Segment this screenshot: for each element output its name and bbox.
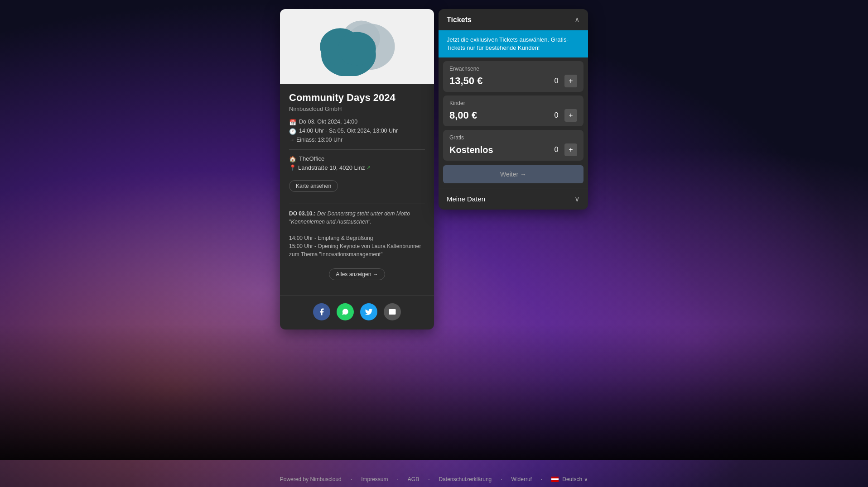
ticket-erwachsene-label: Erwachsene: [449, 66, 577, 72]
datenschutz-link[interactable]: Datenschutzerklärung: [439, 476, 492, 482]
ticket-kinder-price: 8,00 €: [449, 110, 477, 121]
ticket-kinder-quantity: 0: [552, 111, 561, 119]
social-row: [280, 296, 434, 329]
time-row: 🕐 14:00 Uhr - Sa 05. Okt 2024, 13:00 Uhr: [289, 128, 425, 135]
tickets-title: Tickets: [447, 16, 472, 24]
twitter-share-button[interactable]: [360, 303, 377, 320]
promo-text: Jetzt die exklusiven Tickets auswählen. …: [447, 36, 569, 51]
ticket-gratis-increment-button[interactable]: +: [564, 143, 577, 156]
ticket-gratis-label: Gratis: [449, 134, 577, 141]
calendar-icon: 📅: [289, 119, 296, 126]
austria-flag-icon: [551, 477, 559, 482]
cards-row: Community Days 2024 Nimbuscloud GmbH 📅 D…: [280, 9, 588, 329]
external-link-icon: ↗: [366, 165, 371, 171]
venue-name: TheOffice: [299, 155, 324, 162]
weiter-label: Weiter →: [500, 171, 526, 178]
event-time-range: 14:00 Uhr - Sa 05. Okt 2024, 13:00 Uhr: [299, 128, 398, 134]
widerruf-link[interactable]: Widerruf: [511, 476, 532, 482]
venue-icon: 🏠: [289, 156, 296, 162]
ticket-erwachsene: Erwachsene 13,50 € 0 +: [443, 61, 583, 92]
footer-separator-3: ·: [428, 476, 429, 482]
chevron-up-icon[interactable]: ∧: [574, 15, 580, 24]
svg-point-4: [338, 32, 376, 65]
ticket-erwachsene-price: 13,50 €: [449, 75, 482, 87]
promo-banner: Jetzt die exklusiven Tickets auswählen. …: [439, 30, 588, 57]
ticket-gratis: Gratis Kostenlos 0 +: [443, 130, 583, 161]
description-line1: 14:00 Uhr - Empfang & Begrüßung: [289, 234, 425, 242]
read-more-button[interactable]: Alles anzeigen →: [329, 268, 385, 280]
ticket-gratis-quantity: 0: [552, 146, 561, 154]
event-body: Community Days 2024 Nimbuscloud GmbH 📅 D…: [280, 84, 434, 288]
event-description: DO 03.10.: Der Donnerstag steht unter de…: [289, 210, 425, 258]
ticket-kinder-counter: 0 +: [552, 109, 577, 122]
event-organizer: Nimbuscloud GmbH: [289, 105, 425, 112]
powered-by: Powered by Nimbuscloud: [280, 476, 342, 482]
event-card: Community Days 2024 Nimbuscloud GmbH 📅 D…: [280, 9, 434, 329]
ticket-gratis-price: Kostenlos: [449, 145, 493, 155]
language-chevron-icon: ∨: [584, 476, 588, 482]
location-icon: 📍: [289, 164, 296, 171]
description-highlight: DO 03.10.:: [289, 210, 316, 217]
venue-address: Landstraße 10, 4020 Linz: [298, 164, 365, 171]
facebook-share-button[interactable]: [313, 303, 330, 320]
ticket-gratis-price-row: Kostenlos 0 +: [449, 143, 577, 156]
agb-link[interactable]: AGB: [408, 476, 419, 482]
footer-separator-2: ·: [397, 476, 398, 482]
ticket-kinder-increment-button[interactable]: +: [564, 109, 577, 122]
venue-name-row: 🏠 TheOffice: [289, 155, 425, 162]
event-details: 📅 Do 03. Okt 2024, 14:00 🕐 14:00 Uhr - S…: [289, 119, 425, 143]
ticket-erwachsene-counter: 0 +: [552, 75, 577, 87]
impressum-link[interactable]: Impressum: [361, 476, 388, 482]
date-row: 📅 Do 03. Okt 2024, 14:00: [289, 119, 425, 126]
meine-daten-label: Meine Daten: [447, 195, 485, 203]
email-share-button[interactable]: [384, 303, 401, 320]
einlass-text: → Einlass: 13:00 Uhr: [289, 137, 342, 143]
footer-separator-5: ·: [541, 476, 542, 482]
footer-separator-1: ·: [351, 476, 352, 482]
ticket-gratis-counter: 0 +: [552, 143, 577, 156]
venue-address-row: 📍 Landstraße 10, 4020 Linz ↗: [289, 164, 425, 171]
ticket-erwachsene-price-row: 13,50 € 0 +: [449, 75, 577, 87]
divider-2: [289, 204, 425, 204]
ticket-kinder-price-row: 8,00 € 0 +: [449, 109, 577, 122]
einlass-row: → Einlass: 13:00 Uhr: [289, 137, 425, 143]
map-button[interactable]: Karte ansehen: [289, 180, 338, 192]
language-label: Deutsch: [562, 476, 582, 482]
language-selector[interactable]: Deutsch ∨: [551, 476, 588, 482]
whatsapp-share-button[interactable]: [337, 303, 354, 320]
divider-1: [289, 149, 425, 150]
ticket-kinder: Kinder 8,00 € 0 +: [443, 95, 583, 126]
tickets-panel: Tickets ∧ Jetzt die exklusiven Tickets a…: [439, 9, 588, 210]
footer: Powered by Nimbuscloud · Impressum · AGB…: [0, 472, 868, 487]
ticket-kinder-label: Kinder: [449, 100, 577, 106]
meine-daten-chevron-icon: ∨: [574, 195, 580, 203]
ticket-erwachsene-increment-button[interactable]: +: [564, 75, 577, 87]
event-date: Do 03. Okt 2024, 14:00: [299, 119, 357, 125]
meine-daten-section[interactable]: Meine Daten ∨: [439, 188, 588, 210]
clock-icon: 🕐: [289, 128, 296, 135]
description-line2: 15:00 Uhr - Opening Keynote von Laura Ka…: [289, 242, 425, 258]
venue-section: 🏠 TheOffice 📍 Landstraße 10, 4020 Linz ↗: [289, 155, 425, 171]
weiter-button[interactable]: Weiter →: [443, 165, 583, 183]
ticket-erwachsene-quantity: 0: [552, 77, 561, 85]
event-image: [280, 9, 434, 84]
footer-separator-4: ·: [501, 476, 502, 482]
tickets-header: Tickets ∧: [439, 9, 588, 30]
event-title: Community Days 2024: [289, 92, 425, 104]
main-content: Community Days 2024 Nimbuscloud GmbH 📅 D…: [0, 0, 868, 487]
